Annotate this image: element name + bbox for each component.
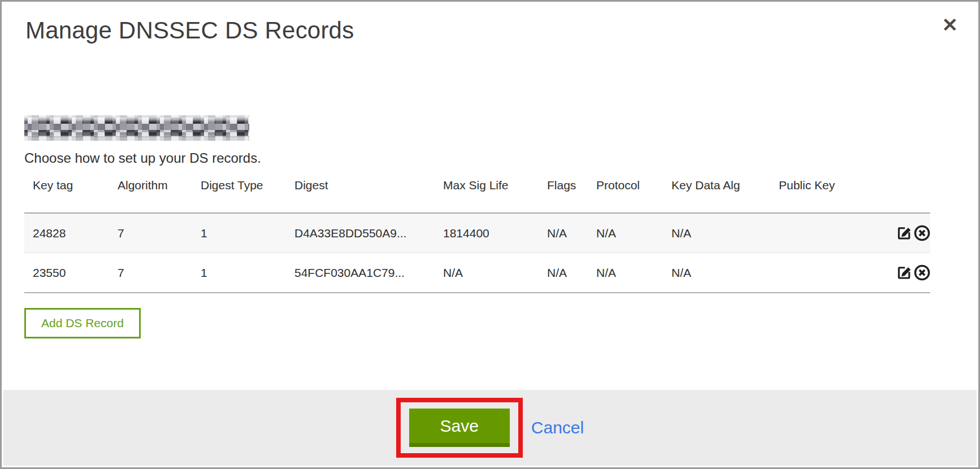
edit-record-icon[interactable] [896,264,913,281]
column-header-key-data-alg: Key Data Alg [663,173,770,213]
save-button[interactable]: Save [409,409,510,447]
cell-flags: N/A [539,253,588,293]
column-header-digest-type: Digest Type [192,173,286,213]
cell-digest-type: 1 [192,213,286,253]
cell-digest: 54FCF030AA1C79... [286,253,435,293]
cell-public-key [770,213,887,253]
table-header-row: Key tag Algorithm Digest Type Digest Max… [24,173,930,213]
close-icon[interactable]: ✕ [939,12,962,38]
cell-key-tag: 23550 [24,253,109,293]
cell-max-sig-life: 1814400 [435,213,539,253]
cell-key-tag: 24828 [24,213,109,253]
cell-digest-type: 1 [192,253,286,293]
dialog-footer: Save Cancel [3,390,977,466]
cell-algorithm: 7 [109,253,192,293]
ds-record-row-2: 23550 7 1 54FCF030AA1C79... N/A N/A N/A … [24,253,930,293]
delete-record-icon[interactable] [913,224,930,242]
cell-flags: N/A [539,213,588,253]
row-actions [887,213,930,253]
edit-record-icon[interactable] [896,224,913,242]
column-header-actions [887,173,930,213]
ds-records-table: Key tag Algorithm Digest Type Digest Max… [24,173,930,293]
column-header-key-tag: Key tag [24,173,109,213]
column-header-max-sig-life: Max Sig Life [435,173,539,213]
manage-dnssec-dialog: ✕ Manage DNSSEC DS Records Choose how to… [0,0,980,469]
cell-public-key [770,253,887,293]
cell-protocol: N/A [588,213,663,253]
column-header-flags: Flags [539,173,588,213]
domain-name-redacted [24,115,249,141]
column-header-public-key: Public Key [770,173,887,213]
instruction-text: Choose how to set up your DS records. [24,150,978,166]
column-header-protocol: Protocol [588,173,663,213]
delete-record-icon[interactable] [913,264,930,281]
cell-max-sig-life: N/A [435,253,539,293]
dialog-title: Manage DNSSEC DS Records [25,17,978,44]
cell-digest: D4A33E8DD550A9... [286,213,435,253]
cancel-link[interactable]: Cancel [531,418,584,437]
row-actions [887,253,930,293]
cell-protocol: N/A [588,253,663,293]
highlight-annotation-box: Save [396,398,523,458]
add-ds-record-button[interactable]: Add DS Record [24,308,141,338]
column-header-algorithm: Algorithm [109,173,192,213]
cell-key-data-alg: N/A [663,253,770,293]
ds-record-row-1: 24828 7 1 D4A33E8DD550A9... 1814400 N/A … [24,213,930,253]
cell-key-data-alg: N/A [663,213,770,253]
cell-algorithm: 7 [109,213,192,253]
column-header-digest: Digest [286,173,435,213]
